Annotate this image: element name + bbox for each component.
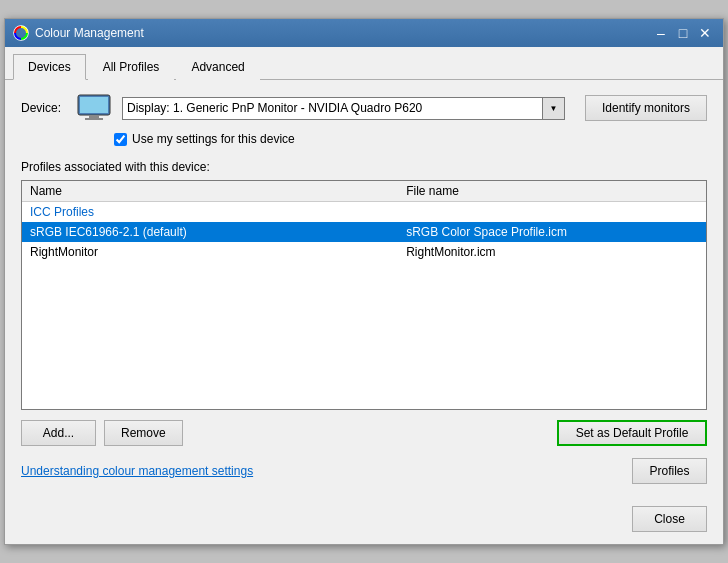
maximize-button[interactable]: □: [673, 23, 693, 43]
main-window: Colour Management – □ ✕ Devices All Prof…: [4, 18, 724, 545]
tab-devices[interactable]: Devices: [13, 54, 86, 80]
use-settings-checkbox[interactable]: [114, 133, 127, 146]
table-row[interactable]: RightMonitor RightMonitor.icm: [22, 242, 706, 262]
svg-rect-3: [89, 115, 99, 118]
profile-name-cell: RightMonitor: [22, 242, 398, 262]
add-button[interactable]: Add...: [21, 420, 96, 446]
tab-advanced[interactable]: Advanced: [176, 54, 259, 80]
use-settings-label: Use my settings for this device: [132, 132, 295, 146]
close-button[interactable]: Close: [632, 506, 707, 532]
window-controls: – □ ✕: [651, 23, 715, 43]
device-select-wrapper: ▼: [122, 97, 565, 120]
col-header-name: Name: [22, 181, 398, 202]
profile-name-cell: sRGB IEC61966-2.1 (default): [22, 222, 398, 242]
monitor-icon: [76, 94, 112, 122]
profile-filename-cell: RightMonitor.icm: [398, 242, 706, 262]
window-title: Colour Management: [35, 26, 144, 40]
bottom-row: Understanding colour management settings…: [21, 458, 707, 484]
device-input[interactable]: [122, 97, 543, 120]
tab-bar: Devices All Profiles Advanced: [5, 47, 723, 80]
icc-category-label: ICC Profiles: [22, 202, 706, 223]
identify-monitors-button[interactable]: Identify monitors: [585, 95, 707, 121]
dropdown-arrow-icon[interactable]: ▼: [543, 97, 565, 120]
action-button-row: Add... Remove Set as Default Profile: [21, 420, 707, 446]
table-row[interactable]: sRGB IEC61966-2.1 (default) sRGB Color S…: [22, 222, 706, 242]
app-icon: [13, 25, 29, 41]
understanding-link[interactable]: Understanding colour management settings: [21, 464, 253, 478]
device-label: Device:: [21, 101, 66, 115]
svg-rect-4: [85, 118, 103, 120]
svg-rect-2: [80, 97, 108, 113]
title-bar: Colour Management – □ ✕: [5, 19, 723, 47]
profiles-table-container: Name File name ICC Profiles sRGB IEC6196…: [21, 180, 707, 410]
window-close-button[interactable]: ✕: [695, 23, 715, 43]
tab-all-profiles[interactable]: All Profiles: [88, 54, 175, 80]
profiles-table: Name File name ICC Profiles sRGB IEC6196…: [22, 181, 706, 262]
icc-category-row: ICC Profiles: [22, 202, 706, 223]
close-area: Close: [5, 498, 723, 544]
set-default-button[interactable]: Set as Default Profile: [557, 420, 707, 446]
device-row: Device: ▼ Identify monitors: [21, 94, 707, 122]
tab-content: Device: ▼ Identify monitors Use my setti…: [5, 80, 723, 498]
minimize-button[interactable]: –: [651, 23, 671, 43]
profiles-button[interactable]: Profiles: [632, 458, 707, 484]
profiles-section-label: Profiles associated with this device:: [21, 160, 707, 174]
col-header-filename: File name: [398, 181, 706, 202]
remove-button[interactable]: Remove: [104, 420, 183, 446]
use-settings-row: Use my settings for this device: [114, 132, 707, 146]
profile-filename-cell: sRGB Color Space Profile.icm: [398, 222, 706, 242]
